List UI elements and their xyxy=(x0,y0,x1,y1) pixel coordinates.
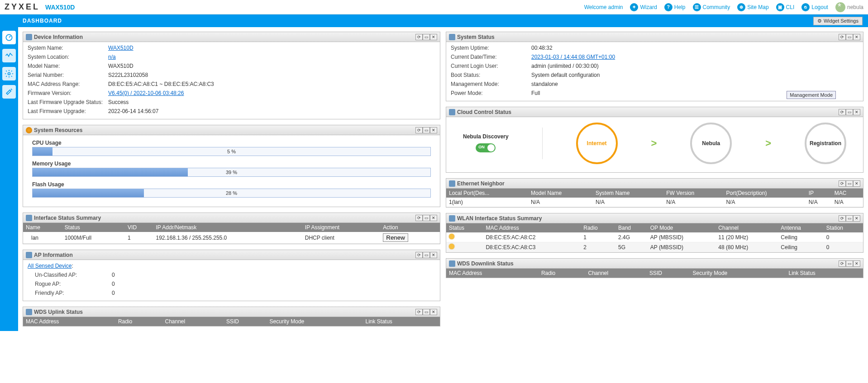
system-name-label: System Name: xyxy=(28,45,108,51)
close-icon[interactable]: ✕ xyxy=(853,180,860,187)
col-model[interactable]: Model Name xyxy=(528,189,593,198)
top-links: Welcome admin ✦Wizard ?Help ☰Community ⊕… xyxy=(582,2,863,12)
refresh-icon[interactable]: ⟳ xyxy=(415,127,423,133)
collapse-icon[interactable]: ▭ xyxy=(846,109,853,115)
close-icon[interactable]: ✕ xyxy=(430,34,437,40)
close-icon[interactable]: ✕ xyxy=(430,215,437,221)
col-sta[interactable]: Station xyxy=(824,223,863,232)
sidebar-dashboard[interactable] xyxy=(2,31,16,44)
brand-logo: ZYXEL xyxy=(5,2,40,12)
collapse-icon[interactable]: ▭ xyxy=(423,252,430,258)
close-icon[interactable]: ✕ xyxy=(430,252,437,258)
collapse-icon[interactable]: ▭ xyxy=(846,180,853,187)
memory-usage-label: Memory Usage xyxy=(32,161,431,167)
col-action[interactable]: Action xyxy=(380,223,440,232)
sidebar-monitor[interactable] xyxy=(2,49,16,62)
close-icon[interactable]: ✕ xyxy=(853,215,860,222)
col-ant[interactable]: Antenna xyxy=(778,223,823,232)
collapse-icon[interactable]: ▭ xyxy=(846,34,853,40)
col-mac[interactable]: MAC Address xyxy=(483,223,581,232)
refresh-icon[interactable]: ⟳ xyxy=(839,215,846,222)
widget-settings-button[interactable]: ⚙ Widget Settings xyxy=(813,17,863,25)
collapse-icon[interactable]: ▭ xyxy=(423,309,430,315)
col-mac[interactable]: MAC xyxy=(832,189,863,198)
cli-link[interactable]: ▣CLI xyxy=(776,3,795,11)
col-sec[interactable]: Security Mode xyxy=(267,317,363,326)
all-sensed-link[interactable]: All Sensed Device xyxy=(28,263,72,269)
refresh-icon[interactable]: ⟳ xyxy=(415,309,423,315)
col-link[interactable]: Link Status xyxy=(786,269,863,278)
wlan-interface-widget: WLAN Interface Status Summary ⟳ ▭ ✕ Stat… xyxy=(446,213,863,253)
mgmt-mode-label: Management Mode: xyxy=(451,81,531,87)
col-channel[interactable]: Channel xyxy=(162,317,224,326)
close-icon[interactable]: ✕ xyxy=(853,109,860,115)
col-ch[interactable]: Channel xyxy=(715,223,778,232)
unclassified-value: 0 xyxy=(112,272,435,278)
col-status[interactable]: Status xyxy=(446,223,483,232)
close-icon[interactable]: ✕ xyxy=(853,260,860,267)
col-vid[interactable]: VID xyxy=(125,223,153,232)
arrow-icon: > xyxy=(651,137,657,149)
system-status-widget: System Status ⟳ ▭ ✕ System Uptime: 00:48… xyxy=(446,32,863,101)
col-name[interactable]: Name xyxy=(23,223,62,232)
wizard-link[interactable]: ✦Wizard xyxy=(630,3,657,11)
col-op[interactable]: OP Mode xyxy=(648,223,716,232)
help-icon: ? xyxy=(664,3,672,11)
system-name-link[interactable]: WAX510D xyxy=(108,45,134,51)
firmware-link[interactable]: V6.45(0) / 2022-10-06 03:48:26 xyxy=(108,90,184,96)
col-mac[interactable]: MAC Address xyxy=(446,269,539,278)
refresh-icon[interactable]: ⟳ xyxy=(839,180,846,187)
power-mode-label: Power Mode: xyxy=(451,90,531,96)
logout-link[interactable]: ⎋Logout xyxy=(801,3,828,11)
refresh-icon[interactable]: ⟳ xyxy=(839,109,846,115)
collapse-icon[interactable]: ▭ xyxy=(423,34,430,40)
refresh-icon[interactable]: ⟳ xyxy=(415,34,423,40)
refresh-icon[interactable]: ⟳ xyxy=(839,260,846,267)
col-status[interactable]: Status xyxy=(62,223,125,232)
device-info-icon xyxy=(26,34,32,40)
resources-icon xyxy=(26,127,32,133)
sidebar-config[interactable] xyxy=(2,67,16,80)
nebula-link[interactable]: nebula xyxy=(835,2,863,12)
col-band[interactable]: Band xyxy=(615,223,648,232)
close-icon[interactable]: ✕ xyxy=(430,127,437,133)
collapse-icon[interactable]: ▭ xyxy=(846,260,853,267)
close-icon[interactable]: ✕ xyxy=(853,34,860,40)
col-fw[interactable]: FW Version xyxy=(663,189,723,198)
collapse-icon[interactable]: ▭ xyxy=(423,127,430,133)
col-sec[interactable]: Security Mode xyxy=(690,269,786,278)
col-ssid[interactable]: SSID xyxy=(647,269,690,278)
col-local-port[interactable]: Local Port(Des... xyxy=(446,189,528,198)
arrow-icon: > xyxy=(765,137,771,149)
system-location-link[interactable]: n/a xyxy=(108,54,116,60)
datetime-link[interactable]: 2023-01-03 / 14:44:08 GMT+01:00 xyxy=(531,54,615,60)
col-radio[interactable]: Radio xyxy=(581,223,615,232)
col-assign[interactable]: IP Assignment xyxy=(302,223,381,232)
close-icon[interactable]: ✕ xyxy=(430,309,437,315)
ethernet-neighbor-title: Ethernet Neighbor xyxy=(457,180,505,187)
system-status-title: System Status xyxy=(457,34,495,40)
refresh-icon[interactable]: ⟳ xyxy=(415,252,423,258)
col-link[interactable]: Link Status xyxy=(362,317,440,326)
wds-downlink-widget: WDS Downlink Status ⟳ ▭ ✕ MAC Address Ra… xyxy=(446,258,863,278)
collapse-icon[interactable]: ▭ xyxy=(423,215,430,221)
bulb-icon xyxy=(449,244,454,249)
col-ssid[interactable]: SSID xyxy=(224,317,267,326)
refresh-icon[interactable]: ⟳ xyxy=(415,215,423,221)
refresh-icon[interactable]: ⟳ xyxy=(839,34,846,40)
sitemap-link[interactable]: ⊕Site Map xyxy=(737,3,768,11)
collapse-icon[interactable]: ▭ xyxy=(846,215,853,222)
col-sys[interactable]: System Name xyxy=(593,189,663,198)
col-mac[interactable]: MAC Address xyxy=(23,317,115,326)
sidebar-tools[interactable] xyxy=(2,85,16,99)
renew-button[interactable]: Renew xyxy=(383,233,408,242)
col-ip[interactable]: IP xyxy=(806,189,832,198)
community-link[interactable]: ☰Community xyxy=(693,3,730,11)
help-link[interactable]: ?Help xyxy=(664,3,686,11)
col-radio[interactable]: Radio xyxy=(115,317,162,326)
col-port[interactable]: Port(Description) xyxy=(723,189,806,198)
nebula-discovery-toggle[interactable]: ON xyxy=(476,143,496,152)
col-channel[interactable]: Channel xyxy=(586,269,647,278)
col-ip[interactable]: IP Addr/Netmask xyxy=(153,223,302,232)
col-radio[interactable]: Radio xyxy=(539,269,586,278)
